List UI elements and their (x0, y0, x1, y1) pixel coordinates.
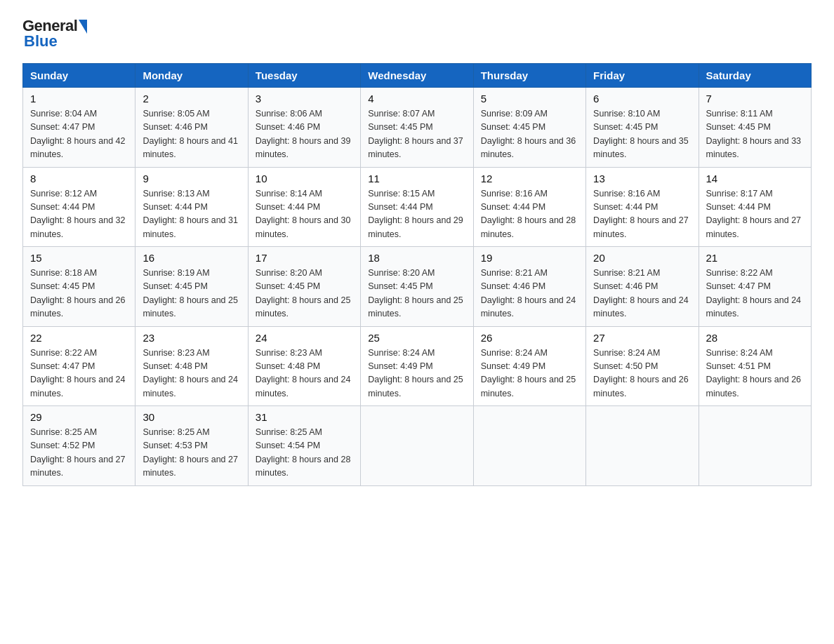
calendar-week-row: 1 Sunrise: 8:04 AMSunset: 4:47 PMDayligh… (23, 88, 812, 168)
day-number: 10 (256, 173, 353, 185)
day-number: 9 (143, 173, 240, 185)
calendar-day-cell: 23 Sunrise: 8:23 AMSunset: 4:48 PMDaylig… (135, 326, 248, 406)
day-number: 29 (30, 411, 128, 423)
day-number: 4 (368, 93, 465, 105)
day-info: Sunrise: 8:24 AMSunset: 4:50 PMDaylight:… (593, 348, 689, 398)
day-info: Sunrise: 8:21 AMSunset: 4:46 PMDaylight:… (481, 268, 576, 318)
calendar-day-cell: 25 Sunrise: 8:24 AMSunset: 4:49 PMDaylig… (361, 326, 473, 406)
day-number: 20 (593, 252, 691, 264)
calendar-week-row: 29 Sunrise: 8:25 AMSunset: 4:52 PMDaylig… (23, 406, 812, 486)
calendar-day-cell: 30 Sunrise: 8:25 AMSunset: 4:53 PMDaylig… (135, 406, 248, 486)
day-info: Sunrise: 8:22 AMSunset: 4:47 PMDaylight:… (30, 348, 126, 398)
day-number: 2 (143, 93, 240, 105)
weekday-header-tuesday: Tuesday (248, 64, 360, 88)
day-info: Sunrise: 8:04 AMSunset: 4:47 PMDaylight:… (30, 109, 126, 159)
calendar-day-cell: 26 Sunrise: 8:24 AMSunset: 4:49 PMDaylig… (473, 326, 585, 406)
day-number: 8 (30, 173, 128, 185)
day-number: 15 (30, 252, 128, 264)
calendar-week-row: 8 Sunrise: 8:12 AMSunset: 4:44 PMDayligh… (23, 167, 812, 247)
day-number: 5 (481, 93, 578, 105)
day-number: 3 (256, 93, 353, 105)
calendar-day-cell: 27 Sunrise: 8:24 AMSunset: 4:50 PMDaylig… (586, 326, 699, 406)
calendar-day-cell: 20 Sunrise: 8:21 AMSunset: 4:46 PMDaylig… (586, 247, 699, 327)
calendar-day-cell: 2 Sunrise: 8:05 AMSunset: 4:46 PMDayligh… (135, 88, 248, 168)
calendar-day-cell: 1 Sunrise: 8:04 AMSunset: 4:47 PMDayligh… (23, 88, 135, 168)
calendar-day-cell: 9 Sunrise: 8:13 AMSunset: 4:44 PMDayligh… (135, 167, 248, 247)
day-number: 18 (368, 252, 465, 264)
day-number: 1 (30, 93, 128, 105)
day-info: Sunrise: 8:20 AMSunset: 4:45 PMDaylight:… (368, 268, 463, 318)
day-number: 28 (706, 332, 804, 344)
day-info: Sunrise: 8:23 AMSunset: 4:48 PMDaylight:… (143, 348, 238, 398)
day-info: Sunrise: 8:09 AMSunset: 4:45 PMDaylight:… (481, 109, 576, 159)
day-info: Sunrise: 8:20 AMSunset: 4:45 PMDaylight:… (256, 268, 351, 318)
day-info: Sunrise: 8:07 AMSunset: 4:45 PMDaylight:… (368, 109, 463, 159)
calendar-day-cell: 28 Sunrise: 8:24 AMSunset: 4:51 PMDaylig… (699, 326, 811, 406)
calendar-day-cell: 15 Sunrise: 8:18 AMSunset: 4:45 PMDaylig… (23, 247, 135, 327)
day-number: 31 (256, 411, 353, 423)
calendar-table: SundayMondayTuesdayWednesdayThursdayFrid… (22, 63, 812, 486)
calendar-day-cell: 8 Sunrise: 8:12 AMSunset: 4:44 PMDayligh… (23, 167, 135, 247)
day-number: 16 (143, 252, 240, 264)
calendar-day-cell: 24 Sunrise: 8:23 AMSunset: 4:48 PMDaylig… (248, 326, 360, 406)
day-info: Sunrise: 8:25 AMSunset: 4:54 PMDaylight:… (256, 427, 351, 478)
day-info: Sunrise: 8:11 AMSunset: 4:45 PMDaylight:… (706, 109, 802, 159)
day-info: Sunrise: 8:06 AMSunset: 4:46 PMDaylight:… (256, 109, 351, 159)
calendar-day-cell (361, 406, 473, 486)
day-number: 25 (368, 332, 465, 344)
day-number: 19 (481, 252, 578, 264)
logo-blue-text: Blue (24, 32, 58, 51)
day-number: 26 (481, 332, 578, 344)
calendar-day-cell: 13 Sunrise: 8:16 AMSunset: 4:44 PMDaylig… (586, 167, 699, 247)
logo: General Blue (22, 17, 87, 51)
day-info: Sunrise: 8:16 AMSunset: 4:44 PMDaylight:… (593, 189, 689, 239)
calendar-day-cell: 4 Sunrise: 8:07 AMSunset: 4:45 PMDayligh… (361, 88, 473, 168)
day-info: Sunrise: 8:25 AMSunset: 4:53 PMDaylight:… (143, 427, 238, 478)
day-info: Sunrise: 8:19 AMSunset: 4:45 PMDaylight:… (143, 268, 238, 318)
calendar-day-cell: 22 Sunrise: 8:22 AMSunset: 4:47 PMDaylig… (23, 326, 135, 406)
calendar-day-cell: 31 Sunrise: 8:25 AMSunset: 4:54 PMDaylig… (248, 406, 360, 486)
weekday-header-sunday: Sunday (23, 64, 135, 88)
weekday-header-friday: Friday (586, 64, 699, 88)
day-info: Sunrise: 8:10 AMSunset: 4:45 PMDaylight:… (593, 109, 689, 159)
day-number: 7 (706, 93, 804, 105)
calendar-day-cell: 21 Sunrise: 8:22 AMSunset: 4:47 PMDaylig… (699, 247, 811, 327)
day-info: Sunrise: 8:23 AMSunset: 4:48 PMDaylight:… (256, 348, 351, 398)
calendar-day-cell: 7 Sunrise: 8:11 AMSunset: 4:45 PMDayligh… (699, 88, 811, 168)
day-number: 6 (593, 93, 691, 105)
calendar-day-cell: 3 Sunrise: 8:06 AMSunset: 4:46 PMDayligh… (248, 88, 360, 168)
calendar-day-cell: 6 Sunrise: 8:10 AMSunset: 4:45 PMDayligh… (586, 88, 699, 168)
calendar-day-cell: 18 Sunrise: 8:20 AMSunset: 4:45 PMDaylig… (361, 247, 473, 327)
day-number: 24 (256, 332, 353, 344)
day-info: Sunrise: 8:13 AMSunset: 4:44 PMDaylight:… (143, 189, 238, 239)
calendar-day-cell: 14 Sunrise: 8:17 AMSunset: 4:44 PMDaylig… (699, 167, 811, 247)
day-number: 12 (481, 173, 578, 185)
calendar-day-cell: 5 Sunrise: 8:09 AMSunset: 4:45 PMDayligh… (473, 88, 585, 168)
day-number: 30 (143, 411, 240, 423)
calendar-day-cell (473, 406, 585, 486)
calendar-day-cell: 19 Sunrise: 8:21 AMSunset: 4:46 PMDaylig… (473, 247, 585, 327)
calendar-day-cell: 10 Sunrise: 8:14 AMSunset: 4:44 PMDaylig… (248, 167, 360, 247)
day-info: Sunrise: 8:12 AMSunset: 4:44 PMDaylight:… (30, 189, 126, 239)
day-info: Sunrise: 8:24 AMSunset: 4:49 PMDaylight:… (368, 348, 463, 398)
day-info: Sunrise: 8:16 AMSunset: 4:44 PMDaylight:… (481, 189, 576, 239)
calendar-day-cell: 29 Sunrise: 8:25 AMSunset: 4:52 PMDaylig… (23, 406, 135, 486)
calendar-header: SundayMondayTuesdayWednesdayThursdayFrid… (23, 64, 812, 88)
day-info: Sunrise: 8:15 AMSunset: 4:44 PMDaylight:… (368, 189, 463, 239)
logo-arrow-icon (79, 20, 87, 34)
weekday-row: SundayMondayTuesdayWednesdayThursdayFrid… (23, 64, 812, 88)
day-info: Sunrise: 8:25 AMSunset: 4:52 PMDaylight:… (30, 427, 126, 478)
day-info: Sunrise: 8:24 AMSunset: 4:51 PMDaylight:… (706, 348, 802, 398)
day-number: 21 (706, 252, 804, 264)
day-number: 23 (143, 332, 240, 344)
day-info: Sunrise: 8:22 AMSunset: 4:47 PMDaylight:… (706, 268, 802, 318)
calendar-body: 1 Sunrise: 8:04 AMSunset: 4:47 PMDayligh… (23, 88, 812, 486)
calendar-day-cell: 17 Sunrise: 8:20 AMSunset: 4:45 PMDaylig… (248, 247, 360, 327)
calendar-day-cell: 12 Sunrise: 8:16 AMSunset: 4:44 PMDaylig… (473, 167, 585, 247)
day-number: 22 (30, 332, 128, 344)
calendar-day-cell (699, 406, 811, 486)
calendar-week-row: 22 Sunrise: 8:22 AMSunset: 4:47 PMDaylig… (23, 326, 812, 406)
day-number: 17 (256, 252, 353, 264)
day-number: 14 (706, 173, 804, 185)
weekday-header-monday: Monday (135, 64, 248, 88)
